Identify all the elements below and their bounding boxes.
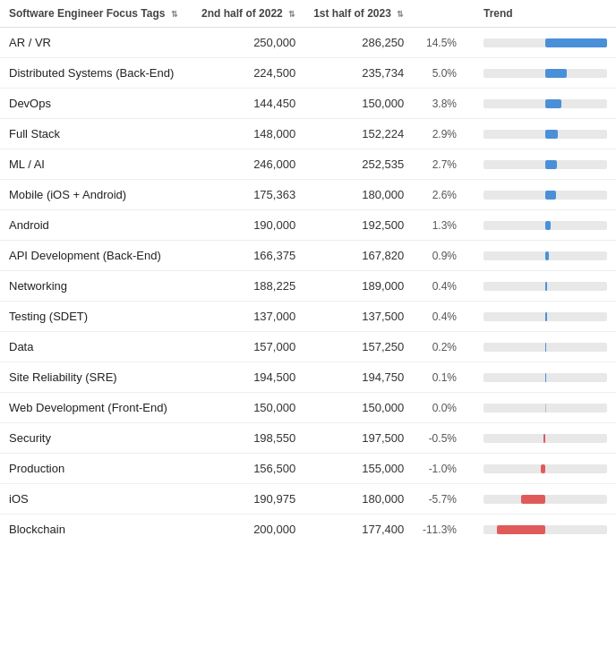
cell-focus: iOS [0,484,191,515]
cell-focus: Site Reliability (SRE) [0,362,191,393]
cell-trend [466,58,616,89]
cell-focus: Web Development (Front-End) [0,393,191,423]
cell-h2: 156,500 [191,454,304,484]
cell-h1: 177,400 [304,515,413,545]
col-header-focus[interactable]: Software Engineer Focus Tags ⇅ [0,0,191,28]
cell-h1: 235,734 [304,58,413,89]
cell-h2: 190,975 [191,484,304,515]
trend-fill [545,251,549,260]
table-row: AR / VR250,000286,25014.5% [0,28,616,58]
table-row: Security198,550197,500-0.5% [0,423,616,454]
focus-tags-table: Software Engineer Focus Tags ⇅ 2nd half … [0,0,616,544]
cell-h1: 150,000 [304,393,413,423]
cell-pct: 14.5% [413,28,466,58]
trend-bar-container [483,219,607,232]
trend-fill [521,495,545,504]
table-row: Android190,000192,5001.3% [0,210,616,241]
trend-bar-container [483,371,607,384]
cell-h2: 190,000 [191,210,304,241]
cell-h1: 150,000 [304,89,413,119]
cell-h2: 157,000 [191,332,304,362]
sort-icon-h2[interactable]: ⇅ [288,10,295,19]
cell-focus: Networking [0,271,191,302]
cell-focus: API Development (Back-End) [0,241,191,271]
cell-focus: Security [0,423,191,454]
cell-pct: 0.0% [413,393,466,423]
cell-h2: 250,000 [191,28,304,58]
cell-h1: 286,250 [304,28,413,58]
cell-trend [466,119,616,149]
cell-pct: -0.5% [413,423,466,454]
trend-bar-container [483,37,607,49]
trend-fill [545,160,557,169]
trend-fill [545,38,607,47]
trend-bg [483,464,607,473]
cell-pct: -1.0% [413,454,466,484]
trend-fill [497,525,545,534]
cell-focus: Production [0,454,191,484]
col-header-pct [413,0,466,28]
trend-fill [545,69,567,78]
cell-h1: 197,500 [304,423,413,454]
trend-fill [541,464,545,473]
cell-h1: 194,750 [304,362,413,393]
cell-focus: Distributed Systems (Back-End) [0,58,191,89]
cell-trend [466,423,616,454]
trend-bar-container [483,128,607,140]
cell-h1: 252,535 [304,149,413,180]
cell-h2: 148,000 [191,119,304,149]
cell-focus: Android [0,210,191,241]
trend-bar-container [483,310,607,323]
cell-pct: 2.6% [413,180,466,210]
cell-focus: Blockchain [0,515,191,545]
cell-trend [466,393,616,423]
table-row: API Development (Back-End)166,375167,820… [0,241,616,271]
cell-h2: 137,000 [191,302,304,332]
trend-fill [545,99,561,108]
cell-h1: 137,500 [304,302,413,332]
sort-icon-focus[interactable]: ⇅ [171,10,178,19]
table-header-row: Software Engineer Focus Tags ⇅ 2nd half … [0,0,616,28]
table-row: DevOps144,450150,0003.8% [0,89,616,119]
cell-focus: Full Stack [0,119,191,149]
cell-pct: 0.2% [413,332,466,362]
cell-pct: 5.0% [413,58,466,89]
col-header-h1[interactable]: 1st half of 2023 ⇅ [304,0,413,28]
col-header-h2[interactable]: 2nd half of 2022 ⇅ [191,0,304,28]
cell-trend [466,180,616,210]
cell-trend [466,302,616,332]
cell-focus: Testing (SDET) [0,302,191,332]
trend-bg [483,495,607,504]
cell-h1: 155,000 [304,454,413,484]
trend-fill [545,312,547,321]
cell-h2: 175,363 [191,180,304,210]
sort-icon-h1[interactable]: ⇅ [397,10,404,19]
trend-fill [545,191,556,200]
trend-fill [545,343,546,352]
col-header-trend: Trend [466,0,616,28]
cell-h2: 200,000 [191,515,304,545]
cell-pct: 0.4% [413,302,466,332]
cell-h2: 150,000 [191,393,304,423]
cell-h2: 198,550 [191,423,304,454]
cell-h2: 166,375 [191,241,304,271]
trend-bar-container [483,493,607,506]
cell-h1: 189,000 [304,271,413,302]
trend-bar-container [483,463,607,475]
cell-trend [466,362,616,393]
cell-trend [466,210,616,241]
cell-h2: 188,225 [191,271,304,302]
cell-pct: 1.3% [413,210,466,241]
cell-h2: 194,500 [191,362,304,393]
cell-trend [466,515,616,545]
trend-bar-container [483,98,607,110]
cell-pct: 2.9% [413,119,466,149]
table-row: Blockchain200,000177,400-11.3% [0,515,616,545]
trend-fill [545,130,558,139]
cell-pct: 0.4% [413,271,466,302]
trend-fill [545,221,551,230]
cell-focus: Data [0,332,191,362]
trend-bar-container [483,402,607,414]
trend-bg [483,434,607,443]
cell-pct: 3.8% [413,89,466,119]
